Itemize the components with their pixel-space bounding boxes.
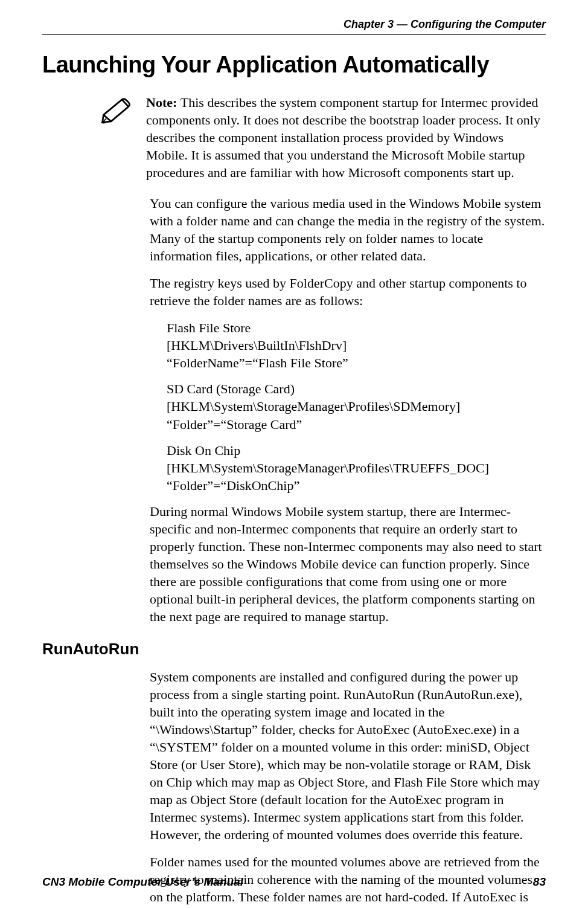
subsection-title: RunAutoRun (42, 640, 546, 658)
body-paragraph: You can configure the various media used… (150, 195, 546, 265)
content-column: You can configure the various media used… (150, 195, 546, 625)
header-rule (42, 34, 546, 35)
registry-path: [HKLM\System\StorageManager\Profiles\SDM… (167, 398, 546, 415)
registry-value: “Folder”=“DiskOnChip” (167, 477, 546, 494)
page-number: 83 (533, 875, 546, 889)
section-title: Launching Your Application Automatically (42, 52, 546, 78)
registry-path: [HKLM\Drivers\BuiltIn\FlshDrv] (167, 336, 546, 354)
page: Chapter 3 — Configuring the Computer Lau… (0, 0, 588, 908)
body-paragraph: The registry keys used by FolderCopy and… (150, 274, 546, 309)
registry-entry: SD Card (Storage Card) [HKLM\System\Stor… (167, 380, 546, 433)
body-paragraph: During normal Windows Mobile system star… (150, 503, 546, 625)
note-block: Note: This describes the system componen… (42, 94, 546, 181)
chapter-title: Configuring the Computer (411, 18, 546, 30)
registry-name: SD Card (Storage Card) (167, 380, 546, 398)
registry-entry: Disk On Chip [HKLM\System\StorageManager… (167, 442, 546, 494)
body-paragraph: System components are installed and conf… (150, 668, 546, 843)
note-label: Note: (146, 95, 181, 110)
note-pencil-icon (100, 96, 133, 124)
note-body: This describes the system component star… (146, 95, 540, 180)
chapter-prefix: Chapter 3 — (344, 18, 411, 30)
registry-name: Flash File Store (167, 319, 546, 336)
registry-entry: Flash File Store [HKLM\Drivers\BuiltIn\F… (167, 319, 546, 372)
running-header: Chapter 3 — Configuring the Computer (42, 18, 546, 31)
registry-value: “Folder”=“Storage Card” (167, 416, 546, 433)
note-text: Note: This describes the system componen… (146, 94, 546, 181)
registry-value: “FolderName”=“Flash File Store” (167, 354, 546, 372)
page-footer: CN3 Mobile Computer User’s Manual 83 (42, 875, 546, 889)
registry-name: Disk On Chip (167, 442, 546, 459)
manual-title: CN3 Mobile Computer User’s Manual (42, 875, 243, 889)
registry-path: [HKLM\System\StorageManager\Profiles\TRU… (167, 459, 546, 477)
content-column: System components are installed and conf… (150, 668, 546, 906)
